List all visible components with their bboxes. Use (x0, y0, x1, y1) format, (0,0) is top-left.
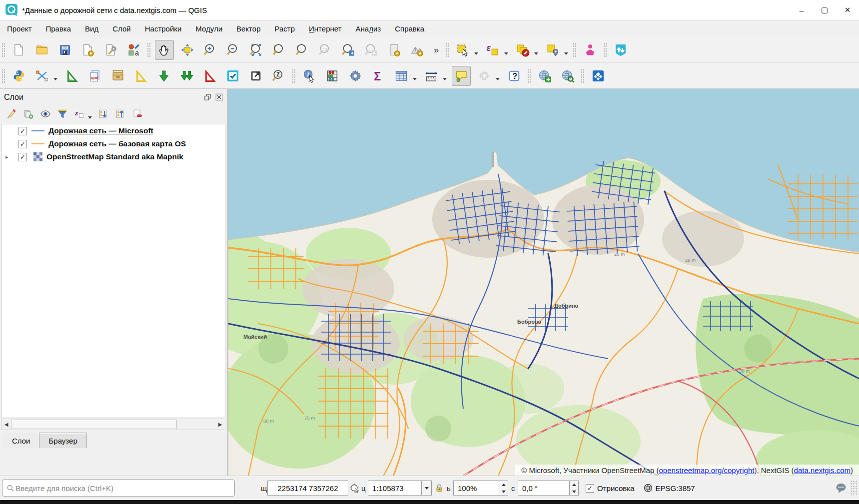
close-button[interactable]: ✕ (836, 0, 859, 20)
vertex-tool-dropdown-icon[interactable] (53, 78, 57, 80)
scale-combobox[interactable]: 1:105873 (368, 481, 432, 496)
deselect-all-button[interactable] (513, 40, 532, 60)
layout-manager-button[interactable] (101, 40, 120, 60)
filter-legend-button[interactable] (54, 106, 70, 121)
quickmapservices-button[interactable] (589, 66, 608, 86)
python-console-button[interactable] (9, 66, 28, 86)
select-by-value-button[interactable] (543, 40, 562, 60)
nextgis-link[interactable]: data.nextgis.com (794, 466, 851, 475)
menu-8[interactable]: Растр (267, 20, 302, 37)
toolbar-drag-handle[interactable] (1, 42, 6, 57)
menu-5[interactable]: Настройки (138, 20, 189, 37)
layers-horizontal-scrollbar[interactable]: ◀ ▶ (1, 419, 225, 430)
web-search-button[interactable] (558, 66, 577, 86)
layer-item[interactable]: ▸✓OpenStreetMap Standard aka Mapnik (1, 150, 225, 163)
yellow-set-square-button[interactable] (131, 66, 150, 86)
qml-styles-button[interactable]: qml (85, 66, 104, 86)
statistics-sigma-button[interactable]: Σ (369, 66, 388, 86)
toolbar-overflow-button[interactable]: » (429, 45, 444, 55)
metasearch-add-button[interactable] (535, 66, 554, 86)
processing-history-dropdown-icon[interactable] (496, 78, 500, 80)
toolbar-drag-handle[interactable] (573, 42, 577, 57)
dock-tab-браузер[interactable]: Браузер (39, 433, 86, 448)
toolbar-drag-handle[interactable] (1, 68, 6, 83)
attribute-table-button[interactable] (392, 66, 411, 86)
render-check-icon[interactable]: ✓ (586, 484, 594, 493)
new-project-button[interactable] (9, 40, 28, 60)
zoom-z-button[interactable]: Z (269, 66, 288, 86)
map-canvas[interactable]: БобровоДобриноМайский28 m29 m30 m68 m75 … (228, 89, 859, 476)
undock-icon[interactable] (203, 93, 212, 101)
layer-checkbox[interactable]: ✓ (18, 140, 27, 148)
select-by-expression-dropdown-icon[interactable] (504, 52, 508, 55)
zoom-to-layer-button[interactable] (270, 40, 289, 60)
render-checkbox[interactable]: ✓ Отрисовка (586, 484, 634, 493)
layer-checkbox[interactable]: ✓ (18, 153, 27, 161)
archive-button[interactable] (108, 66, 127, 86)
rotation-spin-icons[interactable] (570, 481, 579, 496)
zoom-in-button[interactable] (201, 40, 220, 60)
expand-all-button[interactable] (95, 106, 111, 121)
scroll-right-icon[interactable]: ▶ (215, 419, 225, 430)
pan-map-button[interactable] (155, 40, 174, 60)
measure-dropdown-icon[interactable] (443, 78, 447, 80)
search-input[interactable] (14, 484, 230, 493)
nextgis-connect-button[interactable] (581, 40, 600, 60)
rotation-spinbox[interactable]: 0,0 ° (518, 481, 579, 496)
open-project-button[interactable] (32, 40, 51, 60)
zoom-to-selection-button[interactable] (293, 40, 312, 60)
crs-status-button[interactable]: EPSG:3857 (643, 483, 695, 493)
zoom-out-button[interactable] (224, 40, 243, 60)
layer-checkbox[interactable]: ✓ (18, 127, 27, 135)
save-project-button[interactable] (55, 40, 74, 60)
menu-4[interactable]: Слой (105, 20, 137, 37)
geometry-checker-button[interactable] (62, 66, 81, 86)
menu-10[interactable]: Анализ (349, 20, 388, 37)
osm-copyright-link[interactable]: openstreetmap.org/copyright (659, 466, 754, 475)
filter-expression-dropdown-icon[interactable] (88, 116, 92, 119)
messages-button[interactable] (835, 482, 847, 494)
toolbar-drag-handle[interactable] (527, 68, 532, 83)
close-panel-icon[interactable] (215, 93, 223, 101)
processing-history-button[interactable] (475, 66, 494, 86)
vertex-tool-button[interactable] (32, 66, 51, 86)
layer-styling-button[interactable] (3, 106, 19, 121)
help-button[interactable]: ? (505, 66, 524, 86)
menu-3[interactable]: Вид (78, 20, 105, 37)
lock-scale-icon[interactable] (432, 483, 447, 493)
menu-7[interactable]: Вектор (229, 20, 267, 37)
select-features-button[interactable] (453, 40, 472, 60)
zoom-native-button[interactable]: 1:1 (316, 40, 335, 60)
filter-expression-button[interactable]: ε (71, 106, 87, 121)
new-3d-map-view-button[interactable] (408, 40, 427, 60)
export-share-button[interactable] (246, 66, 265, 86)
pan-to-selection-button[interactable] (178, 40, 197, 60)
new-map-view-button[interactable] (385, 40, 404, 60)
zoom-full-button[interactable] (247, 40, 266, 60)
remove-layer-button[interactable] (129, 106, 145, 121)
layer-item[interactable]: ✓Дорожная сеть — Microsoft (1, 124, 225, 137)
coordinate-display[interactable]: 2253174 7357262 (267, 481, 348, 496)
magnifier-spinbox[interactable]: 100% (453, 481, 508, 496)
identify-features-button[interactable]: i (300, 66, 319, 86)
menu-11[interactable]: Справка (388, 20, 431, 37)
map-tips-button[interactable] (452, 66, 471, 86)
maximize-button[interactable]: ▢ (813, 0, 836, 20)
collapse-all-button[interactable] (112, 106, 128, 121)
toolbar-drag-handle[interactable] (581, 68, 585, 83)
menu-2[interactable]: Правка (38, 20, 78, 37)
download-all-layers-button[interactable] (177, 66, 196, 86)
menu-1[interactable]: Проект (0, 20, 38, 37)
menu-6[interactable]: Модули (188, 20, 229, 37)
attribute-table-dropdown-icon[interactable] (413, 78, 417, 80)
new-print-layout-button[interactable] (78, 40, 97, 60)
style-manager-button[interactable]: a (124, 40, 143, 60)
magnifier-spin-icons[interactable] (499, 481, 508, 496)
data-exchange-plugin-button[interactable] (611, 40, 630, 60)
dock-tab-слои[interactable]: Слои (3, 433, 39, 448)
scrollbar-thumb[interactable] (11, 420, 177, 429)
deselect-all-dropdown-icon[interactable] (534, 52, 538, 55)
layer-expander-icon[interactable]: ▸ (5, 154, 12, 160)
download-layer-button[interactable] (154, 66, 173, 86)
add-group-button[interactable] (20, 106, 36, 121)
